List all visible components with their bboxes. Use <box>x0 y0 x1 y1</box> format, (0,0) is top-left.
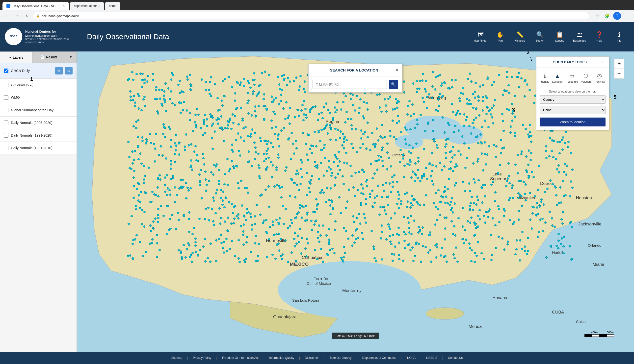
layer-wmo: WMO <box>0 91 77 104</box>
search-modal-close-button[interactable]: × <box>396 68 398 73</box>
tool-legend[interactable]: 📋 Legend <box>550 27 570 46</box>
footer-nesdis[interactable]: NESDIS <box>426 356 437 360</box>
info-label: Info <box>617 39 621 42</box>
footer-noaa[interactable]: NOAA <box>407 356 416 360</box>
profile-icon[interactable]: T <box>613 12 621 20</box>
map-area[interactable]: Regina Winnipeg Ontario Lake Superior Mi… <box>77 52 634 352</box>
annotation-5: 5 <box>614 94 616 100</box>
location-label: Location <box>552 80 563 83</box>
tool-map-finder[interactable]: 🗺 Map Finder <box>471 27 490 46</box>
tab-close[interactable]: ✕ <box>62 4 65 8</box>
country-select[interactable]: Country China United States <box>540 95 605 104</box>
reload-button[interactable]: ↻ <box>23 12 31 20</box>
layer-wmo-checkbox[interactable] <box>4 95 9 100</box>
scale-seg-4 <box>606 334 614 337</box>
tool-pan[interactable]: ✋ Pan <box>490 27 510 46</box>
footer-privacy[interactable]: Privacy Policy <box>193 356 211 360</box>
layer-settings-button[interactable]: ⚙ <box>65 67 73 74</box>
country-row: Country China United States 5 <box>536 94 609 105</box>
layer-ghcn-label: GHCN Daily <box>11 69 53 73</box>
basemaps-label: Basemaps <box>573 39 586 42</box>
layer-wmo-label: WMO <box>11 96 73 100</box>
search-submit-button[interactable]: 🔍 <box>389 80 398 89</box>
help-label: Help <box>597 39 602 42</box>
org-text: National Centers for Environmental Infor… <box>25 30 75 44</box>
svg-text:Miami: Miami <box>593 262 604 267</box>
svg-text:Jacksonville: Jacksonville <box>578 222 601 226</box>
svg-text:Detroit: Detroit <box>540 181 553 186</box>
menu-icon[interactable]: ⋮ <box>623 12 631 20</box>
back-button[interactable]: ← <box>3 12 11 20</box>
help-icon: ❓ <box>596 31 603 38</box>
zoom-to-location-button[interactable]: Zoom to location <box>540 118 605 126</box>
tool-search[interactable]: 🔍 Search <box>530 27 550 46</box>
info-header-icon: ℹ <box>618 31 620 38</box>
tab-layers[interactable]: ≡ Layers <box>0 52 33 63</box>
layer-normals-2006-checkbox[interactable] <box>4 120 9 125</box>
browser-tab-demo[interactable]: demo <box>105 2 120 10</box>
tool-help[interactable]: ❓ Help <box>589 27 609 46</box>
forward-button[interactable]: → <box>13 12 21 20</box>
tool-info[interactable]: ℹ Info <box>609 27 629 46</box>
tool-measure[interactable]: 📏 Measure <box>510 27 530 46</box>
scale-labels: 400km 300mi <box>591 331 614 334</box>
app-header: NOAA National Centers for Environmental … <box>0 22 634 52</box>
layer-normals-1981-checkbox[interactable] <box>4 146 9 150</box>
tool-basemaps[interactable]: 🗃 Basemaps <box>570 27 589 46</box>
location-select[interactable]: China <box>540 106 605 114</box>
footer-doc[interactable]: Department of Commerce <box>362 356 397 360</box>
svg-text:Chihuahua: Chihuahua <box>302 255 323 260</box>
tool-identify[interactable]: ℹ Identify <box>539 71 550 85</box>
tool-icons-row: ℹ Identify ▲ Location ▭ Rectangle ⬡ <box>536 68 609 87</box>
footer-foia[interactable]: Freedom Of Information Act <box>222 356 258 360</box>
layer-edit-button[interactable]: ✏ <box>55 67 63 74</box>
content-area: ≡ Layers 📄 Results ▼ GHCN Daily ✏ ⚙ 1 <box>0 52 634 352</box>
layer-ghcn-checkbox[interactable] <box>4 68 9 73</box>
noaa-logo: NOAA <box>5 28 22 45</box>
footer-contact[interactable]: Contact Us <box>448 356 463 360</box>
browser-tab-active[interactable]: Daily Observational Data - NCEI ✕ <box>3 2 69 10</box>
annotation-2-container: 2 ↘ <box>526 52 533 62</box>
polygon-icon: ⬡ <box>583 73 588 79</box>
tool-proximity[interactable]: ◎ Proximity <box>592 71 606 85</box>
tab-results[interactable]: 📄 Results <box>33 52 65 63</box>
layer-global-checkbox[interactable] <box>4 108 9 112</box>
footer-sitemap[interactable]: Sitemap <box>171 356 182 360</box>
scale-graphic <box>584 334 614 337</box>
svg-text:San Luis Potosí: San Luis Potosí <box>292 298 319 302</box>
svg-text:3: 3 <box>512 106 515 113</box>
footer-survey[interactable]: Take Our Survey <box>329 356 352 360</box>
scale-seg-2 <box>592 334 599 337</box>
layer-normals-2006-label: Daily Normals (2006-2020) <box>11 121 73 125</box>
search-location-input[interactable] <box>312 80 387 89</box>
results-tab-label: Results <box>46 55 58 59</box>
svg-text:Havana: Havana <box>493 295 507 300</box>
bookmark-icon[interactable]: ☆ <box>593 12 601 20</box>
tool-location[interactable]: ▲ Location <box>551 71 564 85</box>
svg-text:Chica: Chica <box>576 320 586 324</box>
logo-area: NOAA National Centers for Environmental … <box>5 28 75 45</box>
zoom-out-button[interactable]: − <box>614 69 624 79</box>
map-background: Regina Winnipeg Ontario Lake Superior Mi… <box>77 52 634 352</box>
browser-tab-chat[interactable]: https://chat.opena... <box>70 2 104 10</box>
org-name-line2: Environmental Information <box>25 34 75 38</box>
org-name-line1: National Centers for <box>25 30 75 34</box>
lock-icon: 🔒 <box>36 14 40 18</box>
tool-polygon[interactable]: ⬡ Polygon <box>579 71 592 85</box>
scale-300mi: 300mi <box>607 331 614 334</box>
annotation-1-container: 1 ↙ <box>30 76 34 87</box>
layer-cocorahs-checkbox[interactable] <box>4 83 9 87</box>
panel-close-button[interactable]: × <box>599 59 605 65</box>
tab-demo-label: demo <box>109 4 116 8</box>
layer-daily-normals-1981: Daily Normals (1981-2010) <box>0 142 77 154</box>
url-bar[interactable]: 🔒 ncei.noaa.gov/maps/daily/ <box>33 12 589 20</box>
scale-bar: 400km 300mi <box>584 331 614 337</box>
layer-normals-1991-checkbox[interactable] <box>4 133 9 138</box>
footer-disclaimer[interactable]: Disclaimer <box>305 356 319 360</box>
zoom-in-button[interactable]: + <box>614 59 624 69</box>
svg-text:Winnipeg: Winnipeg <box>428 95 446 100</box>
tool-rectangle[interactable]: ▭ Rectangle <box>564 71 579 85</box>
sidebar-dropdown[interactable]: ▼ <box>65 52 77 63</box>
extensions-icon[interactable]: 🧩 <box>603 12 611 20</box>
footer-info-quality[interactable]: Information Quality <box>269 356 294 360</box>
